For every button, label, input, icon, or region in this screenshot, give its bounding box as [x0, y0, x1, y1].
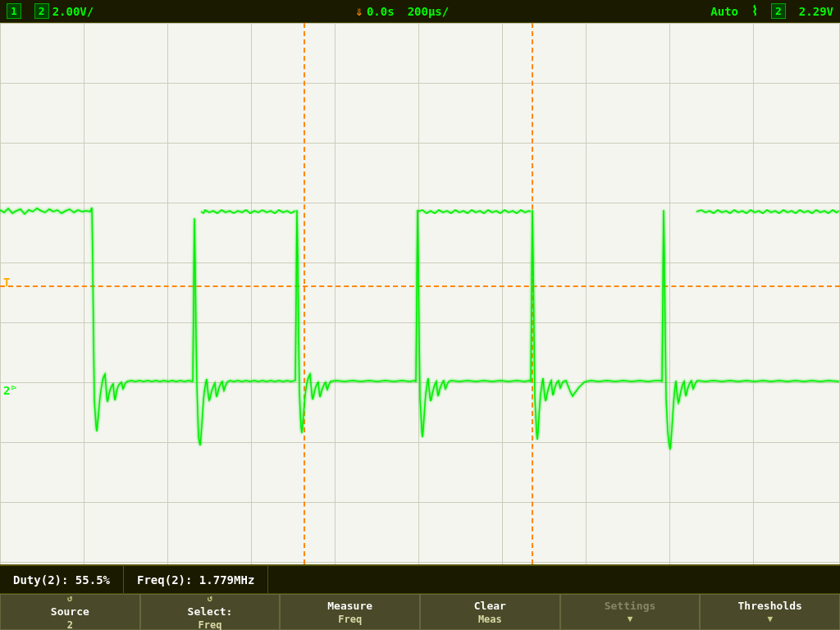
ch1-number: 1: [7, 3, 21, 19]
trigger-mode: Auto: [710, 5, 738, 18]
measure-sub: Freq: [338, 614, 362, 625]
trigger-arrow-icon: ⇓: [355, 3, 363, 19]
select-icon: ↺: [208, 593, 213, 604]
measure-button[interactable]: Measure Freq: [280, 594, 420, 630]
clear-sub: Meas: [478, 614, 502, 625]
freq-measurement: Freq(2): 1.779MHz: [124, 566, 268, 593]
clear-meas-button[interactable]: Clear Meas: [420, 594, 560, 630]
source-label: Source: [51, 605, 89, 618]
source-value: 2: [67, 619, 73, 630]
source-icon: ↺: [67, 593, 73, 604]
settings-label: Settings: [605, 600, 656, 612]
settings-icon: ▼: [628, 614, 633, 624]
ch2-scale: 2.00V/: [52, 5, 94, 18]
duty-measurement: Duty(2): 55.5%: [0, 566, 124, 593]
ch2-indicator: 2 2.00V/: [34, 3, 94, 19]
waveform-display: [0, 23, 840, 564]
measure-label: Measure: [327, 600, 372, 612]
ch2-number: 2: [34, 3, 49, 19]
select-value: Freq: [199, 619, 222, 630]
thresholds-icon: ▼: [767, 614, 773, 624]
select-label: Select:: [188, 605, 233, 618]
thresholds-button[interactable]: Thresholds ▼: [700, 594, 840, 630]
top-status-bar: 1 2 2.00V/ ⇓ 0.0s 200μs/ Auto ⌇ 2 2.29V: [0, 0, 840, 23]
source-button[interactable]: ↺ Source 2: [0, 594, 140, 630]
trigger-level: 2.29V: [799, 5, 833, 18]
trigger-ch-number: 2: [771, 3, 786, 19]
time-scale: 200μs/: [408, 5, 450, 18]
measurement-bar: Duty(2): 55.5% Freq(2): 1.779MHz: [0, 564, 840, 594]
thresholds-label: Thresholds: [738, 600, 802, 612]
trigger-slope-icon: ⌇: [751, 3, 758, 19]
time-offset: ⇓ 0.0s: [355, 3, 394, 19]
trigger-ch-indicator: 2: [771, 3, 786, 19]
clear-label: Clear: [474, 600, 506, 612]
ch1-indicator: 1: [7, 3, 21, 19]
oscilloscope-screen: T 2 ⊳: [0, 23, 840, 564]
button-bar: ↺ Source 2 ↺ Select: Freq Measure Freq C…: [0, 594, 840, 630]
select-button[interactable]: ↺ Select: Freq: [140, 594, 281, 630]
settings-button[interactable]: Settings ▼: [560, 594, 701, 630]
